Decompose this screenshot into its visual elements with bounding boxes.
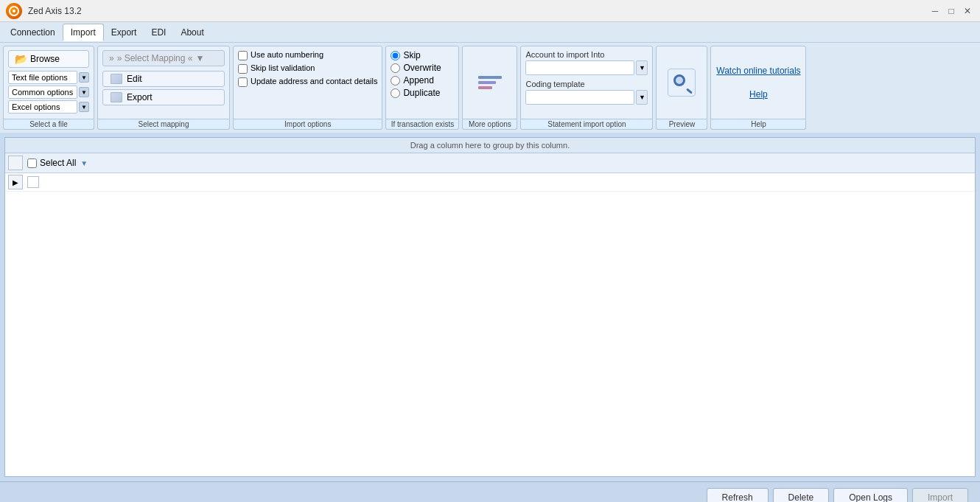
toolbar-top: 📂 Browse Text file options ▼ Common opti… <box>0 43 980 133</box>
duplicate-radio[interactable] <box>391 88 400 98</box>
excel-options-row: Excel options ▼ <box>8 100 89 114</box>
open-logs-button[interactable]: Open Logs <box>833 488 908 503</box>
edit-mapping-button[interactable]: Edit <box>102 71 225 87</box>
menu-about[interactable]: About <box>173 24 211 41</box>
export-mapping-button[interactable]: Export <box>102 89 225 105</box>
menu-edi[interactable]: EDI <box>144 24 173 41</box>
append-label: Append <box>403 75 433 86</box>
more-options-icon[interactable] <box>475 68 505 97</box>
coding-input[interactable] <box>525 90 634 105</box>
export-icon <box>111 92 122 102</box>
coding-input-row: ▼ <box>525 90 648 105</box>
lines-graphic <box>478 76 502 89</box>
edit-icon <box>111 74 122 84</box>
import-options-content: Use auto numbering Skip list validation … <box>233 46 382 119</box>
select-all-wrapper[interactable]: Select All ▼ <box>27 158 88 168</box>
skip-validation-checkbox[interactable] <box>238 64 248 74</box>
help-link[interactable]: Help <box>749 88 768 101</box>
common-options-dropdown[interactable]: Common options <box>8 86 77 99</box>
close-button[interactable]: ✕ <box>961 4 974 18</box>
select-all-checkbox[interactable] <box>27 158 37 168</box>
help-content: Watch online tutorials Help <box>710 46 806 119</box>
duplicate-radio-row[interactable]: Duplicate <box>391 88 454 98</box>
row-expand[interactable]: ▶ <box>8 175 23 189</box>
update-address-checkbox[interactable] <box>238 77 248 87</box>
skip-label: Skip <box>403 50 420 60</box>
minimize-button[interactable]: ─ <box>928 4 942 18</box>
menu-import[interactable]: Import <box>63 24 104 41</box>
excel-dropdown-arrow[interactable]: ▼ <box>79 102 89 112</box>
mapping-chevron-right: ▼ <box>195 53 204 63</box>
append-radio[interactable] <box>391 76 400 86</box>
title-bar: Zed Axis 13.2 ─ □ ✕ <box>0 0 980 22</box>
more-options-content <box>462 46 517 119</box>
section-mapping: » » Select Mapping « ▼ Edit Export Selec… <box>97 46 230 130</box>
filter-icon[interactable]: ▼ <box>80 159 88 167</box>
account-input[interactable] <box>525 60 634 75</box>
select-mapping-button[interactable]: » » Select Mapping « ▼ <box>102 50 225 66</box>
section-file: 📂 Browse Text file options ▼ Common opti… <box>3 46 94 130</box>
grid-header: Select All ▼ <box>5 153 975 173</box>
maximize-button[interactable]: □ <box>945 4 958 18</box>
duplicate-label: Duplicate <box>403 88 440 98</box>
section-statement-import: Account to import Into ▼ Coding template… <box>520 46 653 130</box>
import-button[interactable]: Import <box>912 488 968 503</box>
auto-numbering-checkbox[interactable] <box>238 51 248 60</box>
bottom-buttons: Refresh Delete Open Logs Import <box>707 488 968 503</box>
main-content: Drag a column here to group by this colu… <box>0 133 980 481</box>
skip-validation-row[interactable]: Skip list validation <box>238 63 377 74</box>
overwrite-radio[interactable] <box>391 63 400 73</box>
file-section-content: 📂 Browse Text file options ▼ Common opti… <box>3 46 94 119</box>
common-dropdown-arrow[interactable]: ▼ <box>79 87 89 97</box>
magnify-graphic <box>673 74 690 91</box>
coding-dropdown-btn[interactable]: ▼ <box>636 90 648 105</box>
button-bar: Refresh Delete Open Logs Import <box>0 481 980 502</box>
edit-label: Edit <box>127 74 142 84</box>
svg-point-1 <box>13 10 15 13</box>
overwrite-radio-row[interactable]: Overwrite <box>391 63 454 73</box>
line3 <box>478 86 492 89</box>
refresh-button[interactable]: Refresh <box>707 488 769 503</box>
line1 <box>478 76 502 79</box>
excel-options-dropdown[interactable]: Excel options <box>8 100 77 114</box>
skip-validation-label: Skip list validation <box>251 63 315 72</box>
browse-label: Browse <box>30 54 60 64</box>
window-controls: ─ □ ✕ <box>928 4 974 18</box>
mapping-label: » Select Mapping « <box>117 53 193 63</box>
skip-radio-row[interactable]: Skip <box>391 50 454 60</box>
watch-tutorials-link[interactable]: Watch online tutorials <box>716 64 800 77</box>
browse-button[interactable]: 📂 Browse <box>8 50 89 68</box>
mapping-section-footer: Select mapping <box>97 119 230 130</box>
group-hint: Drag a column here to group by this colu… <box>5 138 975 153</box>
text-file-dropdown-arrow[interactable]: ▼ <box>79 72 89 83</box>
section-transaction: Skip Overwrite Append Duplicate If trans… <box>385 46 459 130</box>
transaction-content: Skip Overwrite Append Duplicate <box>385 46 459 119</box>
table-row: ▶ <box>5 173 975 192</box>
mapping-section-content: » » Select Mapping « ▼ Edit Export <box>97 46 230 119</box>
app-icon <box>6 3 22 19</box>
account-dropdown-btn[interactable]: ▼ <box>636 60 648 75</box>
append-radio-row[interactable]: Append <box>391 75 454 86</box>
preview-content <box>656 46 707 119</box>
section-preview: Preview <box>656 46 707 130</box>
section-help: Watch online tutorials Help Help <box>710 46 806 130</box>
expand-col <box>8 156 23 170</box>
update-address-row[interactable]: Update address and contact details <box>238 77 377 87</box>
skip-radio[interactable] <box>391 51 400 60</box>
help-footer: Help <box>710 119 806 130</box>
import-options-footer: Import options <box>233 119 382 130</box>
section-more-options: More options <box>462 46 517 130</box>
grid-area: Drag a column here to group by this colu… <box>4 137 976 477</box>
more-options-footer: More options <box>462 119 517 130</box>
statement-footer: Statement import option <box>520 119 653 130</box>
window-title: Zed Axis 13.2 <box>28 6 82 16</box>
row-checkbox[interactable] <box>27 176 39 188</box>
export-label: Export <box>127 92 153 102</box>
menu-connection[interactable]: Connection <box>3 24 63 41</box>
auto-numbering-row[interactable]: Use auto numbering <box>238 50 377 60</box>
text-file-options-dropdown[interactable]: Text file options <box>8 71 77 84</box>
preview-icon[interactable] <box>668 69 696 97</box>
mapping-chevron-left: » <box>109 53 114 63</box>
menu-export[interactable]: Export <box>104 24 144 41</box>
delete-button[interactable]: Delete <box>773 488 830 503</box>
